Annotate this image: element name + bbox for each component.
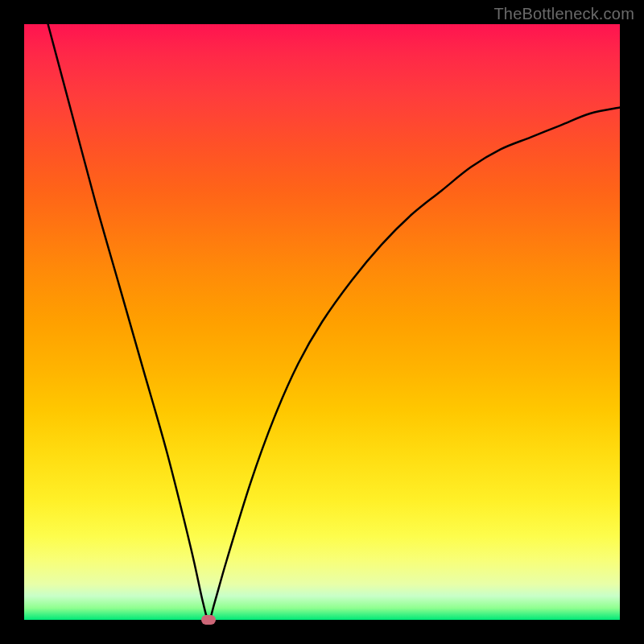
chart-frame: TheBottleneck.com <box>0 0 644 644</box>
watermark-text: TheBottleneck.com <box>493 5 634 23</box>
curve-layer <box>24 24 620 620</box>
optimum-marker <box>201 615 216 625</box>
plot-area <box>24 24 620 620</box>
bottleneck-curve <box>48 24 620 620</box>
